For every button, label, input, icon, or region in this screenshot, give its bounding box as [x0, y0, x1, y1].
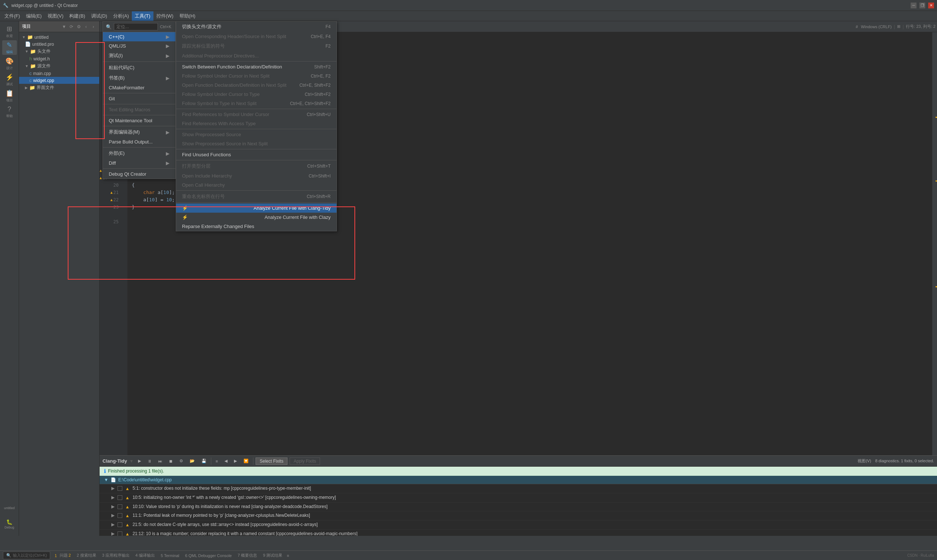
cpp-switch-header[interactable]: 切换头文件/源文件 F4 — [176, 22, 336, 32]
folder-icon: 📁 — [30, 63, 36, 69]
sidebar-help[interactable]: ? 帮助 — [2, 105, 17, 119]
menu-diff[interactable]: Diff ▶ — [103, 158, 176, 168]
bottom-tab-appout[interactable]: 3 应用程序输出 — [99, 552, 133, 559]
apply-fixits-btn[interactable]: Apply Fixits — [290, 457, 320, 465]
menu-cpp[interactable]: C++(C) ▶ — [103, 32, 176, 42]
bottom-tab-terminal[interactable]: 5 Terminal — [158, 553, 182, 558]
menu-debug[interactable]: 调试(D) — [88, 11, 110, 21]
window-controls[interactable]: ─ ❐ ✕ — [911, 3, 934, 8]
clang-prev-diag[interactable]: ◀ — [222, 458, 230, 464]
menu-git[interactable]: Git — [103, 94, 176, 103]
tree-item-widget-cpp[interactable]: c widget.cpp — [19, 77, 99, 84]
cpp-reparse-external[interactable]: Reparse Externally Changed Files — [176, 222, 336, 231]
project-settings-btn[interactable]: ⚙ — [76, 24, 82, 30]
open-decl-next-shortcut: Ctrl+E, Shift+F2 — [299, 83, 331, 88]
tree-item-headers[interactable]: ▼ 📁 头文件 — [19, 48, 99, 55]
select-fixits-btn[interactable]: Select Fixits — [256, 457, 287, 465]
bottom-tab-search[interactable]: 2 搜索结果 — [74, 552, 99, 559]
cpp-analyze-clazy[interactable]: ⚡ Analyze Current File with Clazy — [176, 213, 336, 222]
sidebar-debug[interactable]: ⚡ 调试 — [2, 72, 17, 87]
sidebar-design[interactable]: 🎨 设计 — [2, 56, 17, 71]
checkbox-5[interactable] — [117, 522, 122, 527]
cpp-show-preprocessed-next: Show Preprocessed Source in Next Split — [176, 139, 336, 148]
status-search-box[interactable]: 🔍 输入以定位(Ctrl+K) — [3, 552, 50, 559]
menu-file[interactable]: 文件(F) — [2, 11, 23, 21]
clang-play-btn[interactable]: ▶ — [136, 458, 143, 464]
sidebar-project[interactable]: 📋 项目 — [2, 89, 17, 103]
menu-build[interactable]: 构建(B) — [66, 11, 88, 21]
clang-filter-btn[interactable]: 🔽 — [241, 458, 251, 464]
clang-stop-btn[interactable]: ⏹ — [166, 458, 175, 464]
search-placeholder: 输入以定位(Ctrl+K) — [13, 553, 47, 558]
tree-item-sources[interactable]: ▼ 📁 源文件 — [19, 62, 99, 70]
checkbox-3[interactable] — [117, 505, 122, 509]
diag-row-2[interactable]: ▶ ▲ 10:5: initializing non-owner 'int *'… — [100, 493, 937, 503]
diag-row-6[interactable]: ▶ ▲ 21:12: 10 is a magic number; conside… — [100, 529, 937, 536]
project-sync-btn[interactable]: ⟳ — [68, 24, 74, 30]
tree-item-untitled[interactable]: ▼ 📁 untitled — [19, 34, 99, 41]
project-filter-btn[interactable]: ▼ — [61, 24, 67, 30]
bottom-tab-qml[interactable]: 6 QML Debugger Console — [182, 553, 235, 558]
diag-row-3[interactable]: ▶ ▲ 10:10: Value stored to 'p' during it… — [100, 503, 937, 512]
diag-row-4[interactable]: ▶ ▲ 11:1: Potential leak of memory point… — [100, 511, 937, 520]
tree-item-widget-h[interactable]: h widget.h — [19, 55, 99, 62]
bottom-panel: Clang-Tidy ▼ ▶ ⏸ ⏭ ⏹ ⚙ 📂 💾 ≡ ◀ ▶ 🔽 Selec… — [100, 455, 937, 536]
menu-debug-qt[interactable]: Debug Qt Creator — [103, 169, 176, 178]
sidebar-welcome[interactable]: ⊞ 欢迎 — [2, 24, 17, 39]
menu-parse-build[interactable]: Parse Build Output... — [103, 137, 176, 146]
tree-item-pro[interactable]: 📄 untitled.pro — [19, 41, 99, 48]
menu-external[interactable]: 外部(E) ▶ — [103, 148, 176, 158]
diag-text-3: 10:10: Value stored to 'p' during its in… — [133, 504, 328, 510]
menu-help[interactable]: 帮助(H) — [176, 11, 199, 21]
sidebar-build-name[interactable]: untitled — [2, 501, 17, 515]
project-nav-fwd[interactable]: › — [91, 24, 96, 30]
menu-qmljs[interactable]: QML/JS ▶ — [103, 42, 176, 51]
menu-test[interactable]: 测试(I) ▶ — [103, 51, 176, 61]
clang-pause-btn[interactable]: ⏸ — [145, 458, 154, 464]
open-header-next-shortcut: Ctrl+E, F4 — [311, 34, 331, 39]
close-button[interactable]: ✕ — [928, 3, 934, 8]
tabs-more-btn[interactable]: ≡ — [287, 554, 289, 558]
editor-scrollbar[interactable] — [932, 32, 937, 455]
bottom-tab-issues[interactable]: 问题2 — [57, 552, 74, 559]
menu-cmake[interactable]: CMakeFormatter — [103, 83, 176, 92]
cpp-sep-3 — [176, 129, 336, 129]
menu-ui-editor[interactable]: 界面编辑器(M) ▶ — [103, 127, 176, 137]
tree-label: widget.h — [33, 56, 50, 62]
clang-open-btn[interactable]: 📂 — [188, 458, 197, 464]
sidebar-edit[interactable]: ✎ 编辑 — [2, 40, 17, 55]
checkbox-2[interactable] — [117, 495, 122, 500]
restore-button[interactable]: ❐ — [919, 3, 925, 8]
clang-settings-btn[interactable]: ⚙ — [177, 458, 185, 464]
file-row[interactable]: ▼ 📄 E:\Code\untitled\widget.cpp — [100, 476, 937, 484]
menu-edit[interactable]: 编辑(E) — [23, 11, 45, 21]
minimize-button[interactable]: ─ — [911, 3, 917, 8]
clang-next-btn[interactable]: ⏭ — [156, 458, 164, 464]
menu-search-input[interactable] — [114, 23, 158, 31]
cpp-find-unused[interactable]: Find Unused Functions — [176, 150, 336, 159]
checkbox-1[interactable] — [117, 486, 122, 491]
cpp-switch-decl-def[interactable]: Switch Between Function Declaration/Defi… — [176, 62, 336, 71]
bottom-tab-compout[interactable]: 4 编译输出 — [133, 552, 158, 559]
bottom-tab-summary[interactable]: 7 概要信息 — [235, 552, 260, 559]
checkbox-6[interactable] — [117, 531, 122, 536]
menu-paste-code[interactable]: 粘贴代码(C) — [103, 63, 176, 73]
checkbox-4[interactable] — [117, 513, 122, 518]
tree-item-main-cpp[interactable]: c main.cpp — [19, 70, 99, 77]
cpp-analyze-clang-tidy[interactable]: ⚡ Analyze Current File with Clang-Tidy — [176, 203, 336, 213]
diag-row-1[interactable]: ▶ ▲ 5:1: constructor does not initialize… — [100, 484, 937, 493]
menu-controls[interactable]: 控件(W) — [153, 11, 176, 21]
clang-next-diag[interactable]: ▶ — [232, 458, 239, 464]
project-nav-back[interactable]: ‹ — [83, 24, 89, 30]
menu-view[interactable]: 视图(V) — [45, 11, 66, 21]
tree-item-ui-files[interactable]: ▶ 📁 界面文件 — [19, 84, 99, 91]
menu-analyze[interactable]: 分析(A) — [110, 11, 132, 21]
menu-bookmarks[interactable]: 书签(B) ▶ — [103, 73, 176, 83]
bottom-tab-test[interactable]: 9 测试结果 — [260, 552, 285, 559]
menu-tools[interactable]: 工具(T) — [132, 11, 153, 21]
menu-qt-maintenance[interactable]: Qt Maintenance Tool — [103, 116, 176, 125]
clang-save-btn[interactable]: 💾 — [199, 458, 209, 464]
sidebar-debug-run[interactable]: 🐛 Debug — [2, 517, 17, 531]
diag-row-5[interactable]: ▶ ▲ 21:5: do not declare C-style arrays,… — [100, 520, 937, 529]
clang-list-btn[interactable]: ≡ — [213, 458, 220, 464]
